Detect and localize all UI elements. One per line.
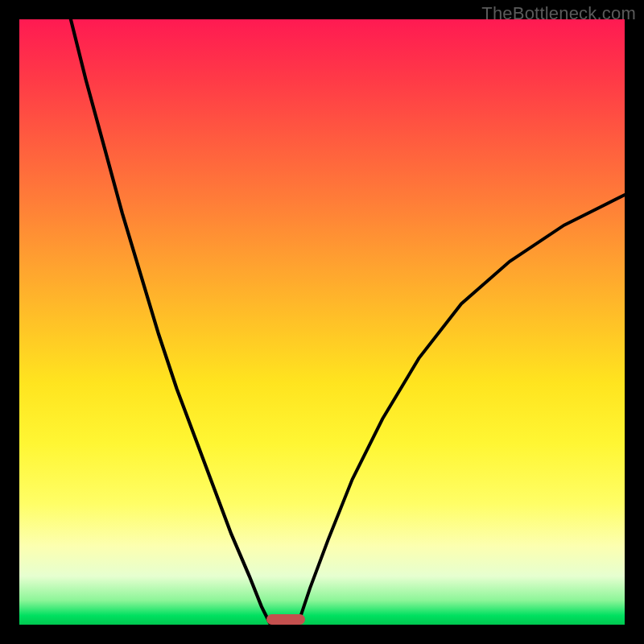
bottleneck-marker xyxy=(266,614,305,625)
right-curve xyxy=(298,195,625,625)
plot-area xyxy=(19,19,625,625)
left-curve xyxy=(71,19,270,625)
curves-svg xyxy=(19,19,625,625)
chart-frame: TheBottleneck.com xyxy=(0,0,644,644)
